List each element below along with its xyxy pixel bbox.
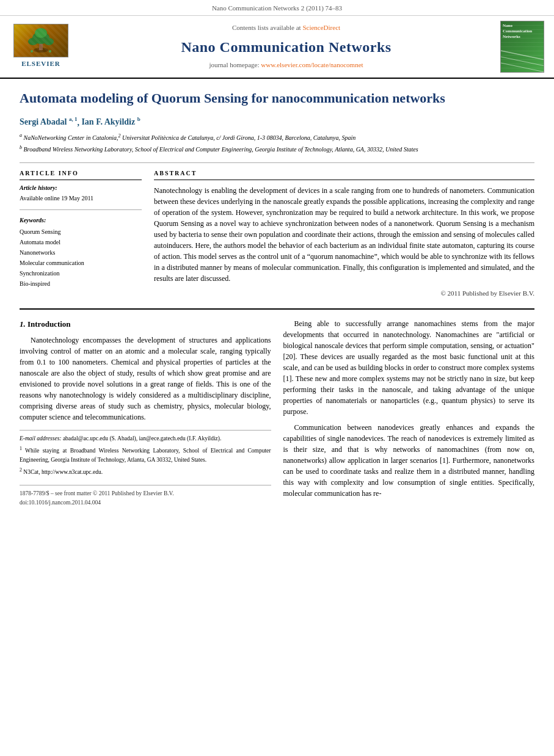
abstract-text: Nanotechnology is enabling the developme… bbox=[154, 185, 534, 284]
elsevier-logo: ELSEVIER bbox=[7, 21, 75, 73]
article-info: Article Info Article history: Available … bbox=[20, 169, 142, 289]
affiliations: a NaNoNetworking Center in Catalonia,2 U… bbox=[20, 132, 534, 154]
author1: Sergi Abadal a, 1 bbox=[20, 117, 77, 126]
footnote-2: 2 N3Cat, http://www.n3cat.upc.edu. bbox=[20, 467, 271, 476]
abstract-label: Abstract bbox=[154, 169, 534, 180]
svg-line-8 bbox=[501, 51, 544, 60]
section1-heading: 1. Introduction bbox=[20, 318, 271, 330]
abstract-column: Abstract Nanotechnology is enabling the … bbox=[154, 169, 534, 298]
divider-keywords bbox=[20, 209, 142, 210]
citation-text: Nano Communication Networks 2 (2011) 74–… bbox=[212, 4, 342, 12]
keyword-6: Bio-inspired bbox=[20, 278, 142, 289]
available-online: Available online 19 May 2011 bbox=[20, 194, 142, 203]
journal-cover: Nano Communication Networks bbox=[498, 21, 547, 73]
keyword-4: Molecular communication bbox=[20, 258, 142, 268]
cover-image: Nano Communication Networks bbox=[500, 21, 544, 73]
abstract-section: Abstract Nanotechnology is enabling the … bbox=[154, 169, 534, 298]
author2: Ian F. Akyildiz b bbox=[81, 117, 140, 126]
body-col-right: Being able to successfully arrange nanom… bbox=[283, 318, 535, 507]
body-columns: 1. Introduction Nanotechnology encompass… bbox=[20, 318, 534, 507]
elsevier-wordmark: ELSEVIER bbox=[21, 59, 60, 69]
keyword-3: Nanonetworks bbox=[20, 247, 142, 258]
body-para-2: Being able to successfully arrange nanom… bbox=[283, 318, 535, 417]
body-col-left: 1. Introduction Nanotechnology encompass… bbox=[20, 318, 271, 507]
keyword-2: Automata model bbox=[20, 237, 142, 247]
svg-point-2 bbox=[32, 32, 49, 44]
keywords-list: Quorum Sensing Automata model Nanonetwor… bbox=[20, 227, 142, 289]
history-label: Article history: bbox=[20, 184, 142, 193]
svg-point-0 bbox=[34, 48, 48, 53]
divider-1 bbox=[20, 162, 534, 163]
svg-rect-1 bbox=[39, 40, 43, 50]
svg-point-4 bbox=[44, 38, 54, 45]
section1-number: 1. bbox=[20, 319, 26, 329]
svg-point-3 bbox=[28, 38, 38, 45]
keyword-5: Synchronization bbox=[20, 268, 142, 278]
page-footer: 1878-7789/$ – see front matter © 2011 Pu… bbox=[20, 485, 271, 507]
journal-title: Nano Communication Networks bbox=[181, 37, 391, 58]
keywords-label: Keywords: bbox=[20, 216, 142, 225]
copyright: © 2011 Published by Elsevier B.V. bbox=[154, 289, 534, 299]
article-content: Automata modeling of Quorum Sensing for … bbox=[0, 79, 554, 518]
affiliation-a: a NaNoNetworking Center in Catalonia,2 U… bbox=[20, 132, 534, 142]
issn-line: 1878-7789/$ – see front matter © 2011 Pu… bbox=[20, 489, 271, 498]
sciencedirect-link[interactable]: ScienceDirect bbox=[302, 24, 340, 31]
body-content: 1. Introduction Nanotechnology encompass… bbox=[20, 308, 534, 507]
journal-header: ELSEVIER Contents lists available at Sci… bbox=[0, 16, 554, 79]
affiliation-b: b Broadband Wireless Networking Laborato… bbox=[20, 144, 534, 154]
footnote-1: 1 While staying at Broadband Wireless Ne… bbox=[20, 445, 271, 464]
svg-point-5 bbox=[35, 28, 47, 38]
homepage-url[interactable]: www.elsevier.com/locate/nanocomnet bbox=[261, 61, 363, 68]
article-info-label: Article Info bbox=[20, 169, 142, 180]
journal-homepage: journal homepage: www.elsevier.com/locat… bbox=[209, 60, 363, 70]
authors: Sergi Abadal a, 1, Ian F. Akyildiz b bbox=[20, 116, 534, 129]
article-title: Automata modeling of Quorum Sensing for … bbox=[20, 90, 534, 107]
svg-point-6 bbox=[31, 50, 33, 53]
journal-center: Contents lists available at ScienceDirec… bbox=[81, 21, 492, 73]
elsevier-logo-image bbox=[13, 24, 68, 57]
article-info-column: Article Info Article history: Available … bbox=[20, 169, 142, 298]
footnote-area: E-mail addresses: abadal@ac.upc.edu (S. … bbox=[20, 430, 271, 476]
cover-label-comm: Communication bbox=[503, 29, 532, 34]
keyword-1: Quorum Sensing bbox=[20, 227, 142, 237]
cover-label-nano: Nano bbox=[503, 23, 532, 29]
body-para-3: Communication between nanodevices greatl… bbox=[283, 422, 535, 499]
body-para-1: Nanotechnology encompasses the developme… bbox=[20, 335, 271, 423]
doi-line: doi:10.1016/j.nancom.2011.04.004 bbox=[20, 498, 271, 507]
contents-line: Contents lists available at ScienceDirec… bbox=[232, 23, 340, 33]
footnote-email: E-mail addresses: abadal@ac.upc.edu (S. … bbox=[20, 434, 271, 443]
info-abstract-columns: Article Info Article history: Available … bbox=[20, 169, 534, 298]
section1-title: Introduction bbox=[27, 319, 71, 329]
svg-point-7 bbox=[49, 50, 51, 53]
cover-label-net: Networks bbox=[503, 34, 532, 40]
citation-bar: Nano Communication Networks 2 (2011) 74–… bbox=[0, 0, 554, 16]
